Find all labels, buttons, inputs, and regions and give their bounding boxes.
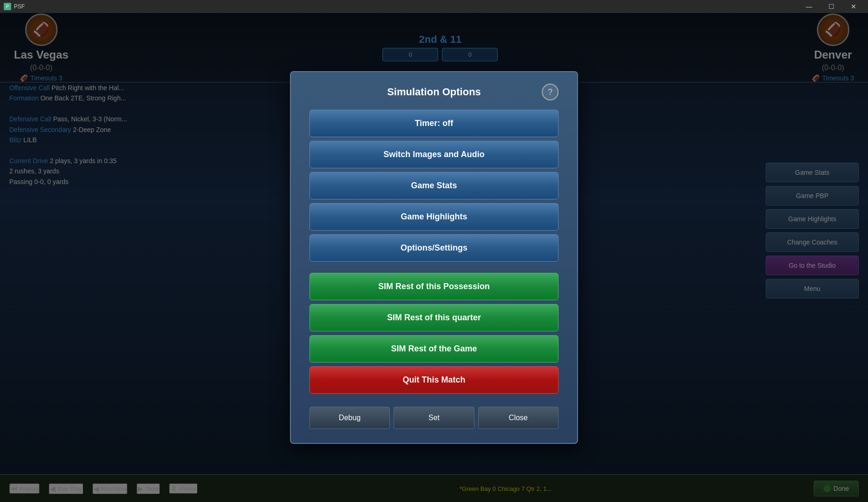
close-button[interactable]: Close: [478, 407, 559, 429]
title-bar-left: P PSF: [4, 3, 25, 10]
modal-footer: Debug Set Close: [309, 407, 559, 429]
minimize-button[interactable]: —: [798, 0, 820, 13]
sim-game-button[interactable]: SIM Rest of the Game: [309, 335, 559, 363]
title-bar: P PSF — ☐ ✕: [0, 0, 868, 13]
debug-button[interactable]: Debug: [309, 407, 390, 429]
sim-possession-button[interactable]: SIM Rest of this Possession: [309, 273, 559, 300]
modal-title: Simulation Options: [387, 86, 481, 98]
modal-spacer: [309, 265, 559, 273]
set-button[interactable]: Set: [394, 407, 474, 429]
maximize-button[interactable]: ☐: [821, 0, 842, 13]
timer-button[interactable]: Timer: off: [309, 110, 559, 137]
game-highlights-button[interactable]: Game Highlights: [309, 203, 559, 231]
modal-overlay: Simulation Options ? Timer: off Switch I…: [0, 13, 868, 502]
game-stats-button[interactable]: Game Stats: [309, 172, 559, 199]
app-title: PSF: [14, 3, 25, 10]
switch-images-audio-button[interactable]: Switch Images and Audio: [309, 141, 559, 168]
sim-quarter-button[interactable]: SIM Rest of this quarter: [309, 304, 559, 331]
options-settings-button[interactable]: Options/Settings: [309, 234, 559, 262]
help-button[interactable]: ?: [542, 84, 559, 100]
app-icon: P: [4, 3, 11, 10]
modal-header: Simulation Options ?: [309, 86, 559, 98]
window-controls: — ☐ ✕: [798, 0, 864, 13]
close-button[interactable]: ✕: [843, 0, 864, 13]
simulation-options-dialog: Simulation Options ? Timer: off Switch I…: [290, 71, 578, 444]
quit-match-button[interactable]: Quit This Match: [309, 366, 559, 394]
